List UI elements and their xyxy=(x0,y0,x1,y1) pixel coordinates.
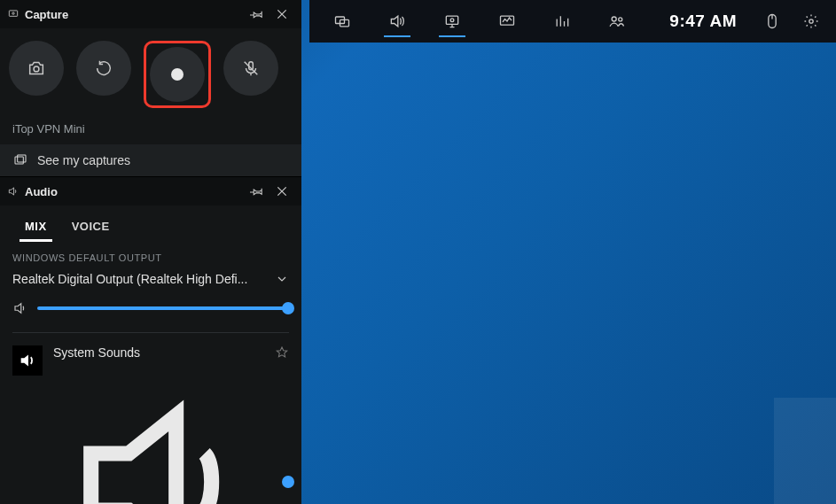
audio-panel-header: Audio xyxy=(0,177,301,205)
gallery-icon xyxy=(12,153,28,167)
record-dot-icon xyxy=(171,68,184,81)
overlay-panels: Capture iTop VPN Mini xyxy=(0,0,301,504)
volume-icon xyxy=(12,300,28,316)
favorite-star-icon[interactable] xyxy=(275,345,289,360)
record-last-button[interactable] xyxy=(76,41,131,96)
svg-point-8 xyxy=(809,19,813,23)
output-device-name: Realtek Digital Output (Realtek High Def… xyxy=(12,272,247,286)
screenshot-button[interactable] xyxy=(9,41,64,96)
audio-icon[interactable] xyxy=(370,0,425,43)
microphone-toggle-button[interactable] xyxy=(223,41,278,96)
widgets-icon[interactable] xyxy=(315,0,370,43)
system-sounds-icon xyxy=(12,345,43,376)
audio-panel: Audio MIX VOICE WINDOWS DEFAULT OUTPUT R… xyxy=(0,177,301,504)
svg-rect-13 xyxy=(15,157,23,164)
capture-panel: Capture iTop VPN Mini xyxy=(0,0,301,177)
capture-icon[interactable] xyxy=(425,0,480,43)
xbox-social-icon[interactable] xyxy=(590,0,645,43)
audio-pin-button[interactable] xyxy=(245,179,270,204)
svg-point-11 xyxy=(34,66,39,72)
desktop-ghost-window xyxy=(774,398,836,504)
svg-point-10 xyxy=(12,12,14,14)
game-bar-topbar: 9:47 AM xyxy=(309,0,836,43)
svg-point-5 xyxy=(612,17,616,21)
performance-icon[interactable] xyxy=(480,0,535,43)
master-volume-row xyxy=(12,300,289,316)
audio-title: Audio xyxy=(25,185,245,198)
tab-voice[interactable]: VOICE xyxy=(59,214,122,242)
record-highlight xyxy=(144,41,211,108)
capture-header-icon xyxy=(7,8,20,20)
capture-target-name: iTop VPN Mini xyxy=(0,117,301,144)
app-volume-name: System Sounds xyxy=(53,345,140,360)
mouse-icon[interactable] xyxy=(753,0,792,43)
settings-icon[interactable] xyxy=(792,0,831,43)
resources-icon[interactable] xyxy=(535,0,590,43)
pin-button[interactable] xyxy=(245,2,270,27)
close-button[interactable] xyxy=(270,2,294,27)
svg-rect-2 xyxy=(446,16,457,24)
svg-rect-9 xyxy=(9,11,17,16)
audio-tabs: MIX VOICE xyxy=(0,205,301,242)
start-recording-button[interactable] xyxy=(150,47,205,102)
output-section-label: WINDOWS DEFAULT OUTPUT xyxy=(12,252,289,263)
tab-mix[interactable]: MIX xyxy=(12,214,59,242)
chevron-down-icon xyxy=(275,272,289,286)
divider xyxy=(12,332,289,333)
svg-point-3 xyxy=(450,19,454,22)
svg-rect-14 xyxy=(18,155,26,162)
see-my-captures-button[interactable]: See my captures xyxy=(0,144,301,176)
svg-point-6 xyxy=(619,18,622,21)
app-volume-row: System Sounds xyxy=(12,345,289,504)
output-device-dropdown[interactable]: Realtek Digital Output (Realtek High Def… xyxy=(12,272,289,286)
clock: 9:47 AM xyxy=(669,12,737,31)
capture-title: Capture xyxy=(25,8,245,21)
app-volume-icon xyxy=(53,368,280,504)
master-volume-slider[interactable] xyxy=(37,306,289,310)
capture-panel-header: Capture xyxy=(0,0,301,28)
audio-header-icon xyxy=(7,185,20,198)
audio-close-button[interactable] xyxy=(270,179,294,204)
see-my-captures-label: See my captures xyxy=(37,153,130,167)
